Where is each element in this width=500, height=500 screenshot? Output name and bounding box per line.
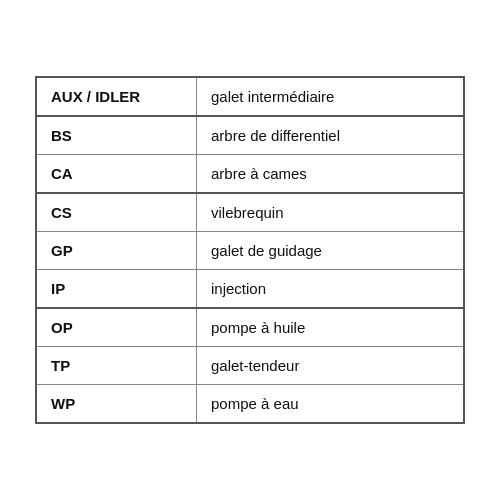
cell-description: pompe à eau (197, 385, 463, 422)
cell-code: TP (37, 347, 197, 384)
cell-description: galet de guidage (197, 232, 463, 269)
cell-code: CA (37, 155, 197, 192)
table-row: TPgalet-tendeur (37, 347, 463, 385)
cell-description: arbre de differentiel (197, 117, 463, 154)
table-row: OPpompe à huile (37, 309, 463, 347)
cell-description: galet intermédiaire (197, 78, 463, 115)
cell-code: WP (37, 385, 197, 422)
cell-description: injection (197, 270, 463, 307)
table-row: IPinjection (37, 270, 463, 309)
main-table: AUX / IDLERgalet intermédiaireBSarbre de… (35, 76, 465, 424)
cell-description: arbre à cames (197, 155, 463, 192)
cell-code: CS (37, 194, 197, 231)
cell-description: vilebrequin (197, 194, 463, 231)
cell-code: BS (37, 117, 197, 154)
cell-description: galet-tendeur (197, 347, 463, 384)
cell-code: IP (37, 270, 197, 307)
cell-code: GP (37, 232, 197, 269)
cell-code: OP (37, 309, 197, 346)
table-row: BSarbre de differentiel (37, 117, 463, 155)
table-row: CSvilebrequin (37, 194, 463, 232)
table-row: GPgalet de guidage (37, 232, 463, 270)
table-row: AUX / IDLERgalet intermédiaire (37, 78, 463, 117)
cell-code: AUX / IDLER (37, 78, 197, 115)
cell-description: pompe à huile (197, 309, 463, 346)
table-row: CAarbre à cames (37, 155, 463, 194)
table-row: WPpompe à eau (37, 385, 463, 422)
